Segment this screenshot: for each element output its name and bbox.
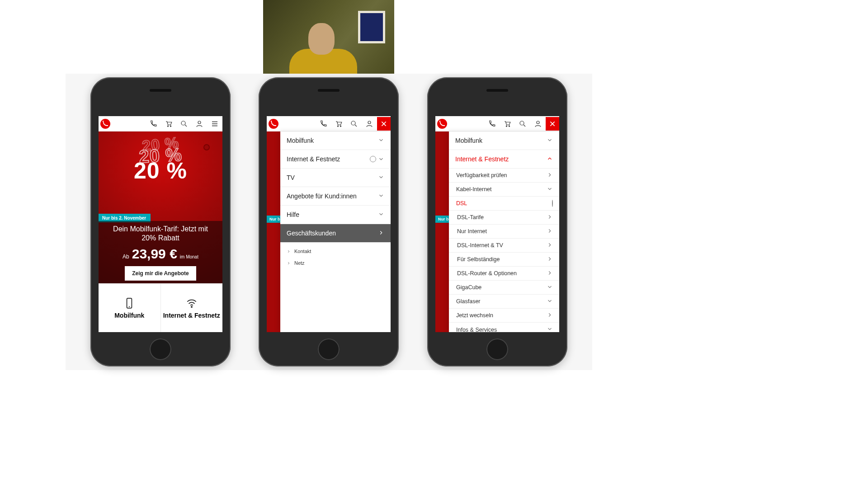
phone-icon[interactable] [484, 116, 500, 131]
price-value: 23,99 € [132, 246, 177, 262]
chevron-down-icon [378, 156, 384, 162]
brand-logo[interactable] [267, 116, 280, 131]
discount-graphic: 20 % 20 % 20 % [134, 137, 187, 182]
hero-peek [267, 131, 280, 332]
nav-item-mobilfunk[interactable]: Mobilfunk [280, 131, 391, 150]
nav-drawer: Mobilfunk Internet & Festnetz TV [280, 131, 391, 332]
presenter [286, 19, 358, 74]
chevron-right-icon [547, 312, 553, 319]
svg-point-0 [167, 126, 168, 127]
user-icon[interactable] [362, 116, 377, 131]
subnav-dsl-tarife[interactable]: DSL-Tarife [449, 211, 559, 225]
subnav-gigacube[interactable]: GigaCube [449, 281, 559, 295]
search-icon[interactable] [515, 116, 530, 131]
nav-item-mobilfunk[interactable]: Mobilfunk [449, 131, 559, 150]
screen-menu-l3: Nur b Mobilfunk Internet & Festnetz Verf… [435, 116, 559, 332]
screen-home: 20 % 20 % 20 % Nur bis 2. November Dein … [99, 116, 222, 332]
subnav-kabel-internet[interactable]: Kabel-Internet [449, 183, 559, 197]
svg-point-12 [520, 121, 524, 125]
brand-logo[interactable] [435, 116, 449, 131]
link-kontakt[interactable]: Kontakt [287, 245, 384, 257]
phone-icon[interactable] [316, 116, 331, 131]
chevron-right-icon [547, 214, 553, 221]
chevron-down-icon [378, 137, 384, 145]
subnav-verfuegbarkeit[interactable]: Verfügbarkeit prüfen [449, 169, 559, 183]
user-icon[interactable] [192, 116, 207, 131]
chevron-right-icon [547, 228, 553, 235]
subnav-dsl-internet-tv[interactable]: DSL-Internet & TV [449, 239, 559, 253]
price-row: Ab 23,99 € im Monat [123, 246, 198, 262]
subnav-dsl-router-optionen[interactable]: DSL-Router & Optionen [449, 267, 559, 281]
tile-internet-festnetz[interactable]: Internet & Festnetz [160, 284, 223, 332]
chevron-up-icon [547, 155, 553, 163]
secondary-links: Kontakt Netz [280, 243, 391, 272]
wifi-icon [186, 297, 198, 309]
nav-item-hilfe[interactable]: Hilfe [280, 206, 391, 224]
nav-item-internet-festnetz[interactable]: Internet & Festnetz [280, 150, 391, 169]
chevron-down-icon [378, 192, 384, 200]
chevron-down-icon [378, 174, 384, 182]
nav-item-internet-festnetz[interactable]: Internet & Festnetz [449, 150, 559, 169]
screen-menu-l1: Nur bi Mobilfunk Internet & Festnetz [267, 116, 391, 332]
subnav-glasfaser[interactable]: Glasfaser [449, 295, 559, 309]
chevron-down-icon [378, 211, 384, 219]
chevron-right-icon [547, 256, 553, 263]
chevron-right-icon [547, 172, 553, 179]
hero-title: Dein Mobilfunk-Tarif: Jetzt mit 20% Raba… [105, 225, 216, 243]
close-menu-button[interactable] [546, 117, 559, 131]
subnav-fuer-selbstaendige[interactable]: Für Selbständige [449, 253, 559, 267]
svg-point-11 [509, 126, 509, 127]
svg-point-7 [340, 126, 341, 127]
close-menu-button[interactable] [377, 117, 391, 131]
brand-logo[interactable] [99, 116, 112, 131]
svg-point-6 [337, 126, 338, 127]
svg-point-3 [198, 121, 201, 124]
search-icon[interactable] [176, 116, 192, 131]
subnav-jetzt-wechseln[interactable]: Jetzt wechseln [449, 309, 559, 323]
chevron-right-icon [547, 242, 553, 249]
cursor-indicator [203, 144, 210, 150]
hamburger-menu-icon[interactable] [207, 116, 222, 131]
svg-point-5 [191, 306, 192, 307]
nav-item-angebote[interactable]: Angebote für Kund:innen [280, 187, 391, 206]
cart-icon[interactable] [500, 116, 515, 131]
category-tiles: Mobilfunk Internet & Festnetz [99, 283, 222, 332]
cart-icon[interactable] [331, 116, 346, 131]
background-painting [358, 11, 385, 43]
chevron-right-icon [378, 230, 384, 237]
app-header [267, 116, 391, 131]
smartphone-icon [123, 297, 135, 309]
hero-peek [435, 131, 449, 332]
nav-item-business[interactable]: Geschäftskunden [280, 224, 391, 243]
link-netz[interactable]: Netz [287, 257, 384, 269]
chevron-down-icon [547, 137, 553, 145]
cta-show-offers[interactable]: Zeig mir die Angebote [125, 266, 196, 281]
chevron-right-icon [287, 249, 291, 253]
svg-point-10 [506, 126, 507, 127]
chevron-right-icon [547, 270, 553, 277]
chevron-down-icon [547, 284, 553, 291]
cart-icon[interactable] [161, 116, 176, 131]
cursor-indicator [552, 200, 553, 207]
phone-icon[interactable] [146, 116, 161, 131]
phone-mockup-menu-level3: Nur b Mobilfunk Internet & Festnetz Verf… [427, 77, 567, 366]
subnav-nur-internet[interactable]: Nur Internet [449, 225, 559, 239]
nav-drawer-expanded: Mobilfunk Internet & Festnetz Verfügbark… [449, 131, 559, 332]
subnav-dsl[interactable]: DSL [449, 197, 559, 211]
comparison-stage: 20 % 20 % 20 % Nur bis 2. November Dein … [66, 74, 592, 370]
presenter-webcam [263, 0, 394, 74]
search-icon[interactable] [346, 116, 362, 131]
app-header [99, 116, 222, 131]
tile-mobilfunk[interactable]: Mobilfunk [99, 284, 160, 332]
svg-point-13 [537, 121, 539, 124]
chevron-down-icon [547, 186, 553, 193]
subnav-infos-services[interactable]: Infos & Services [449, 323, 559, 332]
hero-banner: 20 % 20 % 20 % Nur bis 2. November Dein … [99, 131, 222, 283]
svg-point-9 [368, 121, 371, 124]
phone-mockup-menu-level1: Nur bi Mobilfunk Internet & Festnetz [259, 77, 399, 366]
svg-point-8 [351, 121, 355, 125]
cursor-indicator [370, 156, 376, 162]
chevron-down-icon [547, 326, 553, 332]
nav-item-tv[interactable]: TV [280, 169, 391, 187]
user-icon[interactable] [530, 116, 546, 131]
